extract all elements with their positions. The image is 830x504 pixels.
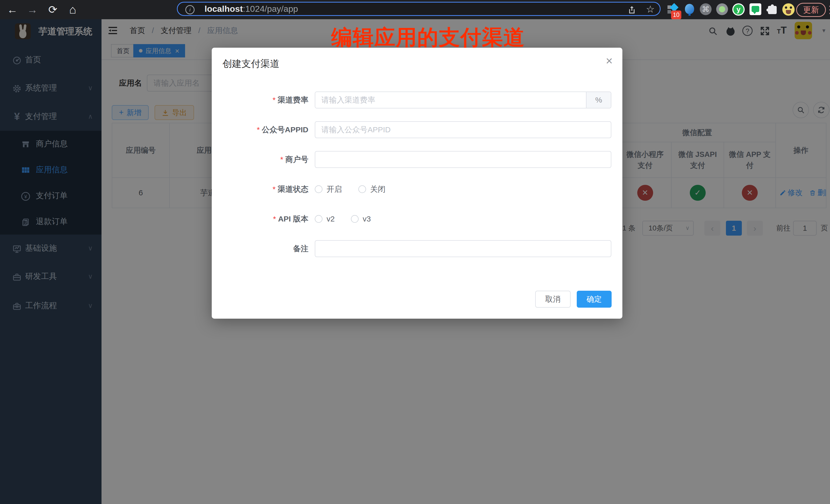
- radio-icon: [351, 215, 359, 223]
- extension-diamond-icon[interactable]: 10: [668, 3, 680, 15]
- share-icon[interactable]: [626, 4, 638, 15]
- percent-append: %: [586, 92, 611, 108]
- extension-balloon-icon[interactable]: [684, 3, 696, 15]
- extension-command-icon[interactable]: ⌘: [700, 3, 712, 15]
- mp-appid-input[interactable]: [315, 121, 611, 138]
- field-merchant-no: *商户号: [212, 151, 622, 168]
- extension-y-icon[interactable]: y: [732, 3, 745, 15]
- field-mp-appid: *公众号APPID: [212, 121, 622, 138]
- channel-rate-input-group: %: [315, 92, 611, 108]
- merchant-no-input[interactable]: [315, 151, 611, 168]
- browser-home-icon[interactable]: ⌂: [65, 0, 81, 19]
- browser-back-icon[interactable]: ←: [5, 0, 20, 19]
- annotation-text: 编辑应用的支付渠道: [331, 24, 525, 52]
- confirm-button[interactable]: 确定: [577, 291, 612, 308]
- channel-rate-input[interactable]: [315, 92, 586, 108]
- extension-badge: 10: [671, 10, 681, 19]
- radio-status-open[interactable]: 开启: [315, 181, 342, 198]
- remark-input[interactable]: [315, 240, 611, 257]
- bookmark-star-icon[interactable]: ☆: [645, 4, 656, 15]
- extension-dot-icon[interactable]: [716, 3, 729, 15]
- extensions-puzzle-icon[interactable]: [766, 3, 779, 15]
- radio-api-v2[interactable]: v2: [315, 211, 335, 227]
- field-remark: 备注: [212, 240, 622, 257]
- field-channel-status: *渠道状态 开启 关闭: [212, 181, 622, 198]
- extension-chat-icon[interactable]: [749, 3, 762, 15]
- profile-emoji-icon[interactable]: [782, 3, 795, 15]
- radio-api-v3[interactable]: v3: [351, 211, 371, 227]
- radio-status-closed[interactable]: 关闭: [358, 181, 385, 198]
- address-bar[interactable]: i localhost:1024/pay/app ☆: [177, 2, 661, 16]
- create-payment-channel-dialog: 创建支付渠道 × *渠道费率 % *公众号APPID *商户号 *渠道状态 开启…: [212, 48, 622, 319]
- browser-menu-icon[interactable]: ⋮: [825, 0, 830, 19]
- browser-update-button[interactable]: 更新: [796, 3, 826, 17]
- field-channel-rate: *渠道费率 %: [212, 92, 622, 108]
- field-api-version: *API 版本 v2 v3: [212, 211, 622, 227]
- dialog-close-icon[interactable]: ×: [606, 54, 613, 68]
- radio-icon: [315, 185, 322, 193]
- radio-icon: [315, 215, 322, 223]
- radio-icon: [358, 185, 366, 193]
- dialog-title: 创建支付渠道: [223, 57, 279, 70]
- site-info-icon[interactable]: i: [185, 5, 195, 14]
- url-text[interactable]: localhost:1024/pay/app: [204, 3, 298, 15]
- cancel-button[interactable]: 取消: [535, 291, 571, 308]
- browser-chrome: ← → ⟳ ⌂ i localhost:1024/pay/app ☆ 10 ⌘: [0, 0, 830, 19]
- browser-reload-icon[interactable]: ⟳: [45, 0, 61, 19]
- screen: ← → ⟳ ⌂ i localhost:1024/pay/app ☆ 10 ⌘: [0, 0, 830, 504]
- browser-forward-icon[interactable]: →: [25, 0, 40, 19]
